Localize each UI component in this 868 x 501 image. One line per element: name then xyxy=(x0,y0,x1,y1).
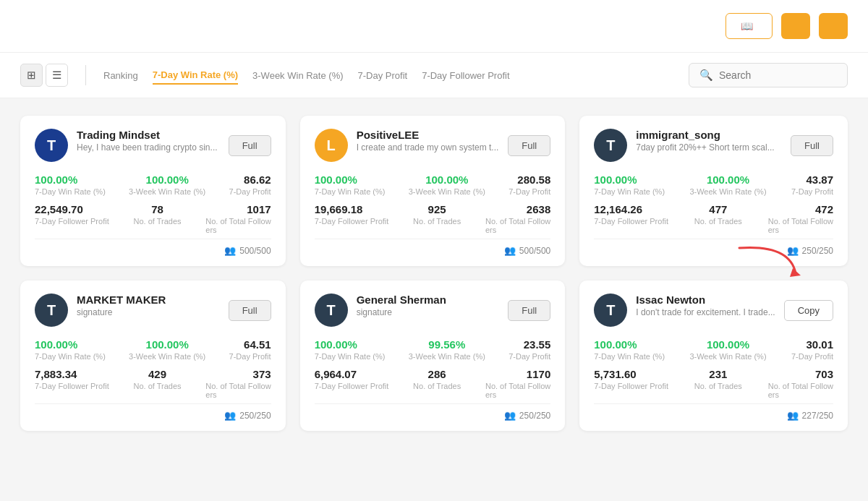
followers-icon: 👥 xyxy=(787,245,799,256)
full-button[interactable]: Full xyxy=(791,135,833,156)
list-view-button[interactable]: ☰ xyxy=(46,64,68,87)
trader-name: MARKET MAKER xyxy=(77,294,220,306)
win-rate-7d-value: 100.00% xyxy=(594,174,665,186)
avatar: T xyxy=(315,294,348,327)
copy-button[interactable]: Copy xyxy=(784,300,833,321)
trader-name: Trading Mindset xyxy=(77,129,220,141)
win-rate-7d-block: 100.00% 7-Day Win Rate (%) xyxy=(35,338,106,361)
followers-capacity: 500/500 xyxy=(239,246,271,256)
tutorial-button[interactable]: 📖 xyxy=(726,13,773,39)
follower-profit-label: 7-Day Follower Profit xyxy=(594,217,668,226)
trader-card: L PositiveLEE I create and trade my own … xyxy=(300,116,566,266)
search-input[interactable] xyxy=(719,69,837,81)
followers-icon: 👥 xyxy=(787,410,799,421)
trader-name: immigrant_song xyxy=(636,129,782,141)
win-rate-3w-label: 3-Week Win Rate (%) xyxy=(129,187,205,196)
full-button[interactable]: Full xyxy=(229,300,271,321)
tab-3week-win-rate[interactable]: 3-Week Win Rate (%) xyxy=(252,67,343,84)
total-followers-value: 703 xyxy=(815,368,833,380)
total-followers-block: 1170 No. of Total Followers xyxy=(485,368,550,399)
app-container: 📖 ⊞ ☰ Ranking 7-Day Win Rate (%) 3-Week … xyxy=(0,0,868,448)
win-rate-3w-value: 100.00% xyxy=(707,338,749,351)
win-rate-7d-value: 100.00% xyxy=(315,338,386,351)
win-rate-3w-label: 3-Week Win Rate (%) xyxy=(409,187,485,196)
card-info: Trading Mindset Hey, I have been trading… xyxy=(77,129,220,153)
stats-row-2: 5,731.60 7-Day Follower Profit 231 No. o… xyxy=(594,368,833,399)
trader-desc: Hey, I have been trading crypto sin... xyxy=(77,142,220,153)
followers-capacity: 250/250 xyxy=(519,411,550,421)
avatar: T xyxy=(35,129,68,162)
follower-profit-label: 7-Day Follower Profit xyxy=(35,217,109,226)
trades-value: 477 xyxy=(709,203,727,215)
trades-label: No. of Trades xyxy=(413,217,461,226)
trader-desc: I don't trade for excitement. I trade... xyxy=(636,307,775,317)
card-info: Issac Newton I don't trade for excitemen… xyxy=(636,294,775,317)
profit-7d-block: 43.87 7-Day Profit xyxy=(791,174,833,196)
follower-profit-value: 12,164.26 xyxy=(594,203,668,215)
card-info: MARKET MAKER signature xyxy=(77,294,220,317)
trader-desc: signature xyxy=(77,307,220,317)
tab-7day-profit[interactable]: 7-Day Profit xyxy=(358,67,408,84)
win-rate-3w-block: 100.00% 3-Week Win Rate (%) xyxy=(689,338,766,361)
card-header: L PositiveLEE I create and trade my own … xyxy=(315,129,551,162)
profit-7d-label: 7-Day Profit xyxy=(791,187,833,196)
profit-7d-block: 23.55 7-Day Profit xyxy=(509,338,550,361)
followers-capacity: 250/250 xyxy=(802,246,833,256)
win-rate-7d-block: 100.00% 7-Day Win Rate (%) xyxy=(594,338,665,361)
profit-7d-label: 7-Day Profit xyxy=(229,352,271,361)
tab-ranking[interactable]: Ranking xyxy=(103,67,138,84)
stats-row-1: 100.00% 7-Day Win Rate (%) 100.00% 3-Wee… xyxy=(35,174,271,196)
follower-profit-label: 7-Day Follower Profit xyxy=(35,382,109,390)
become-principal-button[interactable] xyxy=(819,13,848,39)
trades-label: No. of Trades xyxy=(694,382,742,390)
header: 📖 xyxy=(0,0,868,53)
follower-profit-value: 7,883.34 xyxy=(35,368,109,380)
win-rate-7d-value: 100.00% xyxy=(35,338,106,351)
total-followers-label: No. of Total Followers xyxy=(768,217,833,234)
cards-container: T Trading Mindset Hey, I have been tradi… xyxy=(0,98,868,448)
grid-view-button[interactable]: ⊞ xyxy=(20,64,43,87)
total-followers-value: 2638 xyxy=(527,203,550,215)
trades-label: No. of Trades xyxy=(413,382,461,390)
followers-capacity-row: 👥 500/500 xyxy=(35,239,271,256)
trades-value: 78 xyxy=(151,203,163,215)
total-followers-label: No. of Total Followers xyxy=(768,382,833,399)
win-rate-3w-value: 100.00% xyxy=(146,338,189,351)
win-rate-3w-value: 99.56% xyxy=(428,338,465,351)
trades-label: No. of Trades xyxy=(133,382,181,390)
trades-block: 78 No. of Trades xyxy=(133,203,181,234)
stats-row-1: 100.00% 7-Day Win Rate (%) 100.00% 3-Wee… xyxy=(315,174,551,196)
profit-7d-block: 30.01 7-Day Profit xyxy=(791,338,833,361)
stats-row-1: 100.00% 7-Day Win Rate (%) 100.00% 3-Wee… xyxy=(594,338,833,361)
svg-marker-0 xyxy=(790,268,801,277)
profit-7d-block: 64.51 7-Day Profit xyxy=(229,338,271,361)
total-followers-label: No. of Total Followers xyxy=(205,217,271,234)
win-rate-3w-label: 3-Week Win Rate (%) xyxy=(409,352,485,361)
trader-name: General Sherman xyxy=(357,294,500,306)
trader-card: T MARKET MAKER signature Full 100.00% 7-… xyxy=(20,281,286,431)
stats-row-1: 100.00% 7-Day Win Rate (%) 100.00% 3-Wee… xyxy=(35,338,271,361)
full-button[interactable]: Full xyxy=(508,300,550,321)
total-followers-block: 373 No. of Total Followers xyxy=(205,368,271,399)
card-wrapper-4: T General Sherman signature Full 100.00%… xyxy=(300,281,566,431)
profit-7d-block: 86.62 7-Day Profit xyxy=(229,174,271,196)
profit-7d-label: 7-Day Profit xyxy=(229,187,271,196)
follower-profit-value: 6,964.07 xyxy=(315,368,389,380)
win-rate-3w-value: 100.00% xyxy=(425,174,468,186)
win-rate-7d-label: 7-Day Win Rate (%) xyxy=(594,352,665,361)
my-copy-trades-button[interactable] xyxy=(781,13,810,39)
card-wrapper-1: L PositiveLEE I create and trade my own … xyxy=(300,116,566,266)
tab-7day-follower-profit[interactable]: 7-Day Follower Profit xyxy=(422,67,509,84)
book-icon: 📖 xyxy=(741,20,753,32)
tab-7day-win-rate[interactable]: 7-Day Win Rate (%) xyxy=(153,67,238,85)
win-rate-7d-block: 100.00% 7-Day Win Rate (%) xyxy=(594,174,665,196)
card-info: PositiveLEE I create and trade my own sy… xyxy=(357,129,500,153)
trades-value: 429 xyxy=(148,368,166,380)
total-followers-block: 703 No. of Total Followers xyxy=(768,368,833,399)
stats-row-2: 12,164.26 7-Day Follower Profit 477 No. … xyxy=(594,203,833,234)
trades-block: 477 No. of Trades xyxy=(694,203,742,234)
full-button[interactable]: Full xyxy=(229,135,271,156)
card-wrapper-3: T MARKET MAKER signature Full 100.00% 7-… xyxy=(20,281,286,431)
full-button[interactable]: Full xyxy=(508,135,550,156)
win-rate-7d-value: 100.00% xyxy=(594,338,665,351)
